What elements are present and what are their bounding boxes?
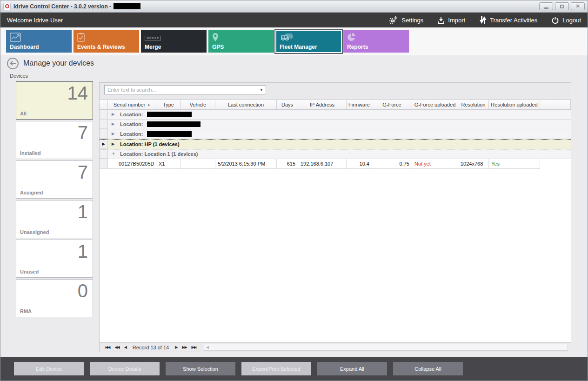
group-row-location-3[interactable]: ▶Location: (100, 129, 571, 139)
column-header-ip[interactable]: IP Address (298, 100, 347, 110)
combo-dropdown-icon[interactable]: ▼ (257, 88, 266, 92)
column-header-resolution-uploaded[interactable]: Resolution uploaded (489, 100, 540, 110)
column-header-resolution[interactable]: Resolution (458, 100, 489, 110)
group-label: Location: Location 1 (1 devices) (120, 149, 198, 159)
tile-gps[interactable]: GPS (208, 30, 274, 53)
devices-table: Serial number▲ Type Vehicle Last connect… (100, 100, 571, 352)
record-counter: Record 13 of 14 (133, 345, 169, 350)
tile-reports[interactable]: Reports (343, 30, 409, 53)
device-card-rma[interactable]: 0 RMA (16, 279, 93, 317)
redacted-title-text (114, 3, 140, 9)
expand-expanded-icon[interactable]: ▼ (112, 149, 116, 159)
focused-row-indicator-icon: ▶ (100, 140, 108, 149)
device-card-label: Installed (20, 150, 41, 156)
map-pin-icon (212, 33, 219, 44)
redacted-location-text (147, 121, 200, 127)
cell-resolution: 1024x768 (458, 159, 489, 169)
expand-all-button[interactable]: Expand All (317, 362, 387, 375)
export-print-selected-button[interactable]: Export/Print Selected (241, 362, 311, 375)
device-count: 7 (78, 122, 88, 143)
next-record-icon[interactable]: ▶ (173, 345, 180, 349)
tile-label: Merge (145, 44, 161, 50)
device-row[interactable]: 00127B50205D X1 5/2/2013 6:15:30 PM 615 … (100, 159, 571, 169)
row-indicator-cell (100, 159, 108, 169)
merge-badge-icon: MERGE (145, 33, 161, 41)
transfer-activities-button[interactable]: Transfer Activities (479, 16, 537, 24)
column-header-last-connection[interactable]: Last connection (215, 100, 277, 110)
group-row-location-1[interactable]: ▶Location: (100, 110, 571, 120)
device-count: 7 (78, 162, 88, 183)
row-filler (540, 159, 571, 169)
row-indicator-cell (100, 129, 108, 139)
collapse-all-button[interactable]: Collapse All (393, 362, 463, 375)
prev-page-icon[interactable]: ◀◀ (112, 345, 121, 349)
device-card-installed[interactable]: 7 Installed (16, 121, 93, 159)
column-header-firmware[interactable]: Firmware (347, 100, 372, 110)
top-menu-bar: Welcome Idrive User Settings Import Tran… (0, 13, 588, 27)
cell-gforce-uploaded: Not yet (412, 159, 458, 169)
tile-dashboard[interactable]: Dashboard (6, 30, 72, 53)
tile-events-reviews[interactable]: Events & Reviews (74, 30, 139, 53)
show-selection-button[interactable]: Show Selection (166, 362, 235, 375)
tile-fleet-manager[interactable]: Fleet Manager (276, 30, 341, 53)
expand-collapsed-icon[interactable]: ▶ (112, 129, 116, 139)
row-indicator-cell (100, 110, 108, 119)
logout-button[interactable]: Logout (551, 16, 581, 24)
maximize-button[interactable] (555, 2, 569, 10)
close-icon: ✕ (575, 4, 580, 9)
cell-resolution-uploaded: Yes (489, 159, 540, 169)
group-row-location-2[interactable]: ▶Location: (100, 120, 571, 129)
expand-collapsed-icon[interactable]: ▶ (112, 120, 116, 129)
close-button[interactable]: ✕ (571, 2, 585, 10)
expand-collapsed-icon[interactable]: ▶ (112, 140, 116, 149)
line-chart-icon (10, 33, 21, 44)
scroll-left-icon[interactable]: ◀ (204, 345, 211, 349)
device-card-unused[interactable]: 1 Unused (16, 240, 93, 278)
column-header-serial[interactable]: Serial number▲ (108, 100, 156, 110)
transfer-arrows-icon (479, 16, 487, 24)
tile-label: GPS (212, 44, 224, 50)
pie-chart-icon (347, 33, 356, 44)
group-label: Location: (120, 110, 143, 119)
maximize-icon (560, 5, 564, 8)
search-input[interactable] (105, 87, 257, 93)
column-header-type[interactable]: Type (156, 100, 181, 110)
next-page-icon[interactable]: ▶▶ (180, 345, 189, 349)
device-count: 0 (78, 281, 88, 301)
device-card-label: RMA (20, 308, 32, 314)
device-card-unassigned[interactable]: 1 Unassigned (16, 200, 93, 238)
tile-merge[interactable]: MERGE Merge (141, 30, 207, 53)
prev-record-icon[interactable]: ◀ (122, 345, 129, 349)
horizontal-scrollbar[interactable]: ◀ (204, 344, 568, 351)
device-card-all[interactable]: 14 All (16, 81, 93, 120)
column-header-gforce[interactable]: G-Force (372, 100, 412, 110)
devices-panel-label: Devices (10, 73, 99, 79)
device-details-button[interactable]: Device Details (90, 362, 160, 375)
column-header-vehicle[interactable]: Vehicle (181, 100, 215, 110)
import-button[interactable]: Import (437, 16, 465, 24)
row-indicator-header (100, 100, 108, 110)
device-count: 14 (67, 83, 88, 104)
back-button[interactable] (7, 58, 19, 69)
column-header-gforce-uploaded[interactable]: G-Force uploaded (412, 100, 458, 110)
settings-label: Settings (401, 17, 423, 24)
search-combo: ▼ (104, 85, 266, 94)
minimize-button[interactable] (539, 2, 553, 10)
clipboard-check-icon (77, 33, 85, 44)
group-row-location-hp[interactable]: ▶ ▶Location: HP (1 devices) (100, 139, 571, 149)
edit-device-button[interactable]: Edit Device (14, 362, 84, 375)
welcome-text: Welcome Idrive User (7, 17, 63, 24)
cell-type: X1 (156, 159, 181, 169)
first-record-icon[interactable]: |◀◀ (102, 345, 112, 349)
settings-button[interactable]: Settings (389, 16, 423, 24)
expand-collapsed-icon[interactable]: ▶ (112, 110, 116, 119)
cell-last-connection: 5/2/2013 6:15:30 PM (215, 159, 277, 169)
column-header-days[interactable]: Days (277, 100, 298, 110)
row-indicator-cell (100, 120, 108, 129)
group-row-location-location1[interactable]: ▼Location: Location 1 (1 devices) (100, 149, 571, 159)
device-card-assigned[interactable]: 7 Assigned (16, 160, 93, 199)
footer-action-bar: Edit Device Device Details Show Selectio… (0, 357, 588, 381)
last-record-icon[interactable]: ▶▶| (189, 345, 199, 349)
column-header-filler (540, 100, 571, 110)
module-tiles: Dashboard Events & Reviews MERGE Merge G… (0, 27, 588, 55)
